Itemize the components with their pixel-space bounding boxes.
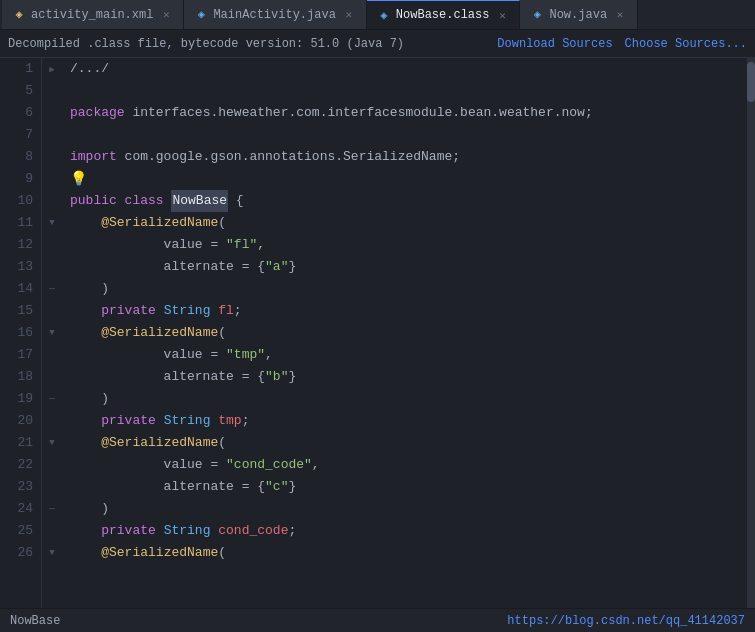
tab-now-base[interactable]: ◈ NowBase.class ✕ xyxy=(367,0,521,30)
fold-icon-11[interactable]: ▼ xyxy=(42,212,62,234)
code-line-5 xyxy=(70,80,739,102)
class-icon: ◈ xyxy=(377,8,391,22)
java-icon-2: ◈ xyxy=(530,8,544,22)
status-left: NowBase xyxy=(10,614,60,628)
code-line-13: alternate = {"a"} xyxy=(70,256,739,278)
gutter: ▶ ▼ ─ ▼ ─ ▼ ─ ▼ xyxy=(42,58,62,608)
line-num-16: 16 xyxy=(0,322,33,344)
gutter-5 xyxy=(42,80,62,102)
gutter-17 xyxy=(42,344,62,366)
code-line-24: ) xyxy=(70,498,739,520)
line-num-18: 18 xyxy=(0,366,33,388)
decompile-info: Decompiled .class file, bytecode version… xyxy=(8,37,404,51)
gutter-6 xyxy=(42,102,62,124)
gutter-13 xyxy=(42,256,62,278)
line-num-1: 1 xyxy=(0,58,33,80)
tab-label-nowbase: NowBase.class xyxy=(396,8,490,22)
gutter-23 xyxy=(42,476,62,498)
code-line-25: private String cond_code; xyxy=(70,520,739,542)
code-content: /.../ package interfaces.heweather.com.i… xyxy=(62,58,747,608)
code-line-23: alternate = {"c"} xyxy=(70,476,739,498)
code-line-8: import com.google.gson.annotations.Seria… xyxy=(70,146,739,168)
scroll-thumb[interactable] xyxy=(747,62,755,102)
line-num-23: 23 xyxy=(0,476,33,498)
code-line-20: private String tmp; xyxy=(70,410,739,432)
tab-label-main: MainActivity.java xyxy=(213,8,335,22)
code-line-19: ) xyxy=(70,388,739,410)
code-line-26: @SerializedName( xyxy=(70,542,739,564)
choose-sources-link[interactable]: Choose Sources... xyxy=(625,37,747,51)
gutter-25 xyxy=(42,520,62,542)
scrollbar[interactable] xyxy=(747,58,755,608)
fold-icon-21[interactable]: ▼ xyxy=(42,432,62,454)
tab-now[interactable]: ◈ Now.java ✕ xyxy=(520,0,638,30)
line-num-12: 12 xyxy=(0,234,33,256)
gutter-18 xyxy=(42,366,62,388)
code-line-1: /.../ xyxy=(70,58,739,80)
status-bar: NowBase https://blog.csdn.net/qq_4114203… xyxy=(0,608,755,632)
line-num-6: 6 xyxy=(0,102,33,124)
code-area: 1 5 6 7 8 9 10 11 12 13 14 15 16 17 18 1… xyxy=(0,58,755,608)
info-bar-actions: Download Sources Choose Sources... xyxy=(497,37,747,51)
gutter-8 xyxy=(42,146,62,168)
bulb-icon: 💡 xyxy=(70,168,87,190)
info-bar: Decompiled .class file, bytecode version… xyxy=(0,30,755,58)
line-num-15: 15 xyxy=(0,300,33,322)
class-name-highlight: NowBase xyxy=(171,190,228,212)
line-num-10: 10 xyxy=(0,190,33,212)
line-numbers: 1 5 6 7 8 9 10 11 12 13 14 15 16 17 18 1… xyxy=(0,58,42,608)
line-num-19: 19 xyxy=(0,388,33,410)
gutter-9 xyxy=(42,168,62,190)
tab-close-now[interactable]: ✕ xyxy=(613,8,627,22)
line-num-21: 21 xyxy=(0,432,33,454)
fold-close-14[interactable]: ─ xyxy=(42,278,62,300)
line-num-11: 11 xyxy=(0,212,33,234)
tab-activity-main[interactable]: ◈ activity_main.xml ✕ xyxy=(2,0,184,30)
tab-close-now-base[interactable]: ✕ xyxy=(495,8,509,22)
gutter-10 xyxy=(42,190,62,212)
tab-label-now: Now.java xyxy=(549,8,607,22)
xml-icon: ◈ xyxy=(12,8,26,22)
line-num-7: 7 xyxy=(0,124,33,146)
line-num-22: 22 xyxy=(0,454,33,476)
code-line-9: 💡 xyxy=(70,168,739,190)
fold-close-24[interactable]: ─ xyxy=(42,498,62,520)
fold-icon-26[interactable]: ▼ xyxy=(42,542,62,564)
fold-icon-16[interactable]: ▼ xyxy=(42,322,62,344)
gutter-15 xyxy=(42,300,62,322)
line-num-26: 26 xyxy=(0,542,33,564)
tab-main-activity[interactable]: ◈ MainActivity.java ✕ xyxy=(184,0,366,30)
code-line-16: @SerializedName( xyxy=(70,322,739,344)
line-num-17: 17 xyxy=(0,344,33,366)
code-line-17: value = "tmp", xyxy=(70,344,739,366)
line-num-14: 14 xyxy=(0,278,33,300)
line-num-25: 25 xyxy=(0,520,33,542)
line-num-5: 5 xyxy=(0,80,33,102)
line-num-13: 13 xyxy=(0,256,33,278)
code-line-21: @SerializedName( xyxy=(70,432,739,454)
gutter-7 xyxy=(42,124,62,146)
code-line-10: public class NowBase { xyxy=(70,190,739,212)
fold-icon-1[interactable]: ▶ xyxy=(42,58,62,80)
code-line-12: value = "fl", xyxy=(70,234,739,256)
status-right: https://blog.csdn.net/qq_41142037 xyxy=(507,614,745,628)
code-line-15: private String fl; xyxy=(70,300,739,322)
code-line-18: alternate = {"b"} xyxy=(70,366,739,388)
tab-close-main-activity[interactable]: ✕ xyxy=(342,8,356,22)
line-num-8: 8 xyxy=(0,146,33,168)
line-num-24: 24 xyxy=(0,498,33,520)
download-sources-link[interactable]: Download Sources xyxy=(497,37,612,51)
java-icon-1: ◈ xyxy=(194,8,208,22)
code-line-11: @SerializedName( xyxy=(70,212,739,234)
line-num-20: 20 xyxy=(0,410,33,432)
line-num-9: 9 xyxy=(0,168,33,190)
gutter-22 xyxy=(42,454,62,476)
gutter-12 xyxy=(42,234,62,256)
code-line-6: package interfaces.heweather.com.interfa… xyxy=(70,102,739,124)
gutter-20 xyxy=(42,410,62,432)
fold-close-19[interactable]: ─ xyxy=(42,388,62,410)
code-line-22: value = "cond_code", xyxy=(70,454,739,476)
tab-label: activity_main.xml xyxy=(31,8,153,22)
code-line-14: ) xyxy=(70,278,739,300)
tab-close-activity-main[interactable]: ✕ xyxy=(159,8,173,22)
